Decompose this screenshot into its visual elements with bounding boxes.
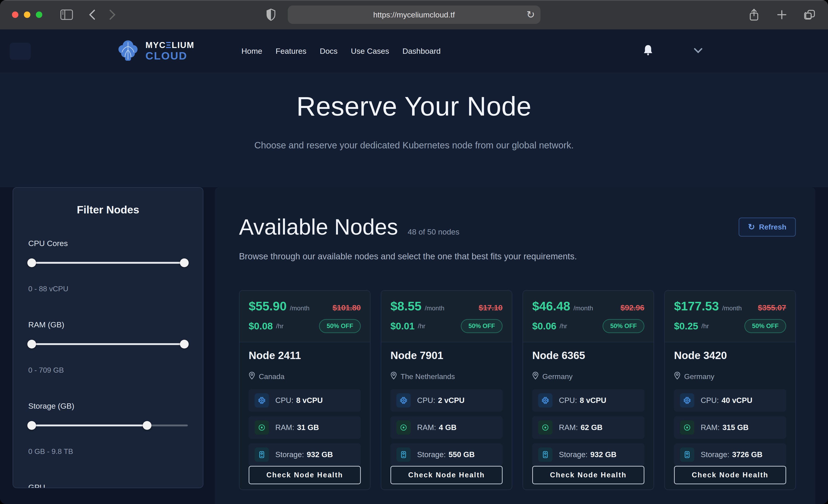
ram-slider-handle-max[interactable] — [180, 340, 189, 348]
price-original: $92.96 — [620, 303, 645, 312]
storage-slider-handle-min[interactable] — [27, 421, 36, 430]
brand-logo[interactable]: MYCΞLIUM CLOUD — [116, 38, 194, 64]
url-text: https://myceliumcloud.tf — [373, 10, 455, 19]
cpu-slider-handle-min[interactable] — [27, 258, 36, 267]
spec-row-ram: RAM:31 GB — [249, 416, 361, 439]
main-content: Filter Nodes CPU Cores 0 - 88 vCPU RAM (… — [0, 187, 828, 504]
location-pin-icon — [674, 372, 680, 381]
mycelium-cloud-logo-icon — [116, 38, 140, 64]
available-nodes-title: Available Nodes — [239, 214, 398, 240]
back-icon[interactable] — [89, 9, 95, 20]
check-node-health-button[interactable]: Check Node Health — [390, 466, 503, 484]
spec-row-ram: RAM:62 GB — [532, 416, 645, 439]
brand-line-1: MYCΞLIUM — [146, 41, 194, 49]
node-location: Germany — [542, 372, 573, 381]
site-navbar: MYCΞLIUM CLOUD Home Features Docs Use Ca… — [0, 30, 828, 73]
spec-label: CPU: — [417, 396, 435, 405]
notifications-bell-icon[interactable] — [643, 45, 653, 57]
storage-slider[interactable] — [28, 421, 188, 430]
spec-row-ram: RAM:315 GB — [674, 416, 786, 439]
close-window-button[interactable] — [12, 11, 18, 18]
new-tab-icon[interactable] — [776, 9, 788, 20]
spec-label: CPU: — [701, 396, 719, 405]
spec-row-cpu: CPU:2 vCPU — [390, 389, 503, 412]
cpu-icon — [397, 393, 411, 408]
price-monthly: $55.90 — [249, 299, 287, 313]
forward-icon[interactable] — [109, 9, 116, 20]
price-original: $355.07 — [758, 303, 786, 312]
sidebar-toggle-icon[interactable] — [60, 9, 73, 20]
storage-label: Storage (GB) — [28, 402, 188, 411]
cpu-icon — [680, 393, 694, 408]
spec-label: CPU: — [275, 396, 293, 405]
location-pin-icon — [249, 372, 255, 381]
nav-link-dashboard[interactable]: Dashboard — [402, 47, 441, 55]
node-name: Node 3420 — [674, 349, 786, 362]
price-hourly-unit: /hr — [560, 323, 567, 330]
browser-chrome: https://myceliumcloud.tf ↻ — [0, 0, 828, 30]
location-pin-icon — [390, 372, 397, 381]
node-card[interactable]: $177.53 /month $355.07 $0.25 /hr 50% OFF… — [664, 290, 796, 490]
nav-links: Home Features Docs Use Cases Dashboard — [241, 47, 441, 55]
check-node-health-button[interactable]: Check Node Health — [532, 466, 645, 484]
minimize-window-button[interactable] — [24, 11, 30, 18]
spec-row-storage: Storage:3726 GB — [674, 444, 786, 466]
page-title: Reserve Your Node — [0, 73, 828, 122]
node-cards-grid: $55.90 /month $101.80 $0.08 /hr 50% OFF … — [239, 290, 796, 490]
price-monthly-unit: /month — [573, 305, 593, 312]
node-location: Germany — [684, 372, 714, 381]
zoom-window-button[interactable] — [36, 11, 42, 18]
address-bar[interactable]: https://myceliumcloud.tf ↻ — [288, 5, 540, 24]
spec-label: Storage: — [559, 450, 588, 459]
gpu-label: GPU — [28, 483, 188, 488]
spec-value: 2 vCPU — [438, 396, 465, 405]
cpu-cores-slider[interactable] — [28, 258, 188, 267]
share-icon[interactable] — [748, 8, 759, 21]
spec-label: RAM: — [417, 423, 436, 432]
spec-row-cpu: CPU:8 vCPU — [532, 389, 645, 412]
ram-slider-handle-min[interactable] — [27, 340, 36, 348]
node-count: 48 of 50 nodes — [408, 227, 459, 237]
filter-group-storage: Storage (GB) 0 GB - 9.8 TB — [28, 402, 188, 456]
nav-link-use-cases[interactable]: Use Cases — [351, 47, 389, 55]
nav-link-home[interactable]: Home — [241, 47, 262, 55]
spec-label: Storage: — [417, 450, 446, 459]
node-name: Node 7901 — [390, 349, 503, 362]
ram-slider-track — [28, 343, 188, 345]
check-node-health-button[interactable]: Check Node Health — [249, 466, 361, 484]
tab-overview-icon[interactable] — [804, 9, 816, 21]
node-location: The Netherlands — [401, 372, 455, 381]
discount-badge: 50% OFF — [744, 319, 786, 333]
spec-value: 315 GB — [722, 423, 749, 432]
storage-icon — [397, 448, 411, 462]
price-monthly-unit: /month — [290, 305, 309, 312]
browser-window: https://myceliumcloud.tf ↻ — [0, 0, 828, 504]
spec-row-ram: RAM:4 GB — [390, 416, 503, 439]
storage-icon — [538, 448, 552, 462]
cpu-slider-handle-max[interactable] — [180, 258, 189, 267]
discount-badge: 50% OFF — [603, 319, 645, 333]
storage-slider-fill — [28, 424, 147, 426]
price-original: $17.10 — [479, 303, 503, 312]
user-menu-chevron-down-icon[interactable] — [694, 47, 703, 55]
node-pricing: $55.90 /month $101.80 $0.08 /hr 50% OFF — [240, 291, 370, 342]
filter-group-gpu: GPU — [28, 483, 188, 488]
node-card[interactable]: $55.90 /month $101.80 $0.08 /hr 50% OFF … — [239, 290, 370, 490]
storage-slider-handle-max[interactable] — [143, 421, 152, 430]
cpu-icon — [255, 393, 269, 408]
discount-badge: 50% OFF — [461, 319, 503, 333]
privacy-shield-icon[interactable] — [266, 8, 276, 21]
spec-label: Storage: — [701, 450, 730, 459]
refresh-button[interactable]: ↻ Refresh — [739, 217, 796, 237]
discount-badge: 50% OFF — [319, 319, 361, 333]
node-card[interactable]: $8.55 /month $17.10 $0.01 /hr 50% OFF No… — [381, 290, 512, 490]
reload-icon[interactable]: ↻ — [527, 10, 535, 20]
check-node-health-button[interactable]: Check Node Health — [674, 466, 786, 484]
ram-slider[interactable] — [28, 340, 188, 348]
spec-label: RAM: — [701, 423, 720, 432]
nav-link-docs[interactable]: Docs — [320, 47, 337, 55]
nav-left-placeholder — [10, 43, 31, 60]
node-card[interactable]: $46.48 /month $92.96 $0.06 /hr 50% OFF N… — [523, 290, 654, 490]
refresh-icon: ↻ — [748, 223, 755, 231]
nav-link-features[interactable]: Features — [276, 47, 306, 55]
